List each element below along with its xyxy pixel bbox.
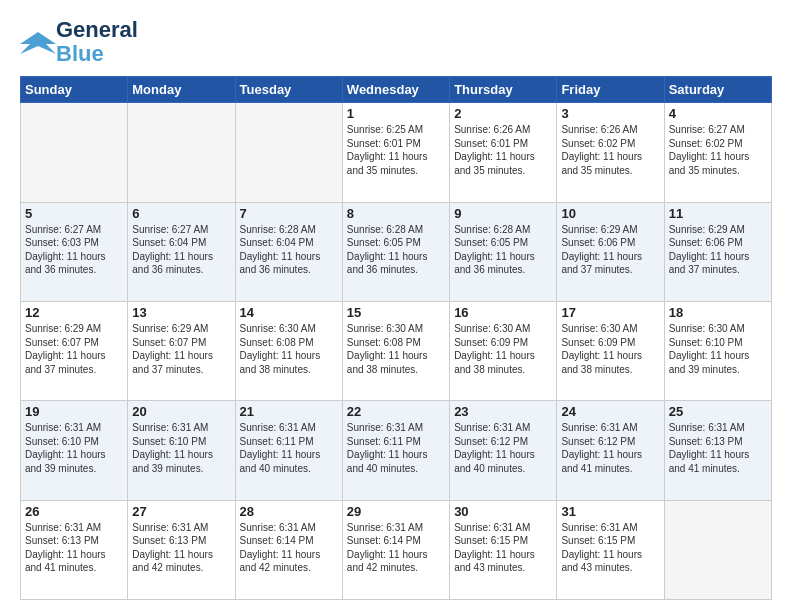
day-info: Sunrise: 6:30 AM Sunset: 6:09 PM Dayligh… [454,322,552,376]
calendar-week-row: 26Sunrise: 6:31 AM Sunset: 6:13 PM Dayli… [21,500,772,599]
calendar-cell: 8Sunrise: 6:28 AM Sunset: 6:05 PM Daylig… [342,202,449,301]
calendar-cell: 21Sunrise: 6:31 AM Sunset: 6:11 PM Dayli… [235,401,342,500]
calendar-cell: 26Sunrise: 6:31 AM Sunset: 6:13 PM Dayli… [21,500,128,599]
svg-marker-0 [20,32,56,54]
calendar-cell: 31Sunrise: 6:31 AM Sunset: 6:15 PM Dayli… [557,500,664,599]
day-number: 10 [561,206,659,221]
logo-line1: General [56,18,138,42]
day-info: Sunrise: 6:30 AM Sunset: 6:08 PM Dayligh… [347,322,445,376]
calendar-cell: 27Sunrise: 6:31 AM Sunset: 6:13 PM Dayli… [128,500,235,599]
day-info: Sunrise: 6:29 AM Sunset: 6:06 PM Dayligh… [561,223,659,277]
day-info: Sunrise: 6:26 AM Sunset: 6:01 PM Dayligh… [454,123,552,177]
weekday-header-saturday: Saturday [664,77,771,103]
day-info: Sunrise: 6:31 AM Sunset: 6:12 PM Dayligh… [561,421,659,475]
calendar-cell: 9Sunrise: 6:28 AM Sunset: 6:05 PM Daylig… [450,202,557,301]
calendar-week-row: 12Sunrise: 6:29 AM Sunset: 6:07 PM Dayli… [21,302,772,401]
day-number: 11 [669,206,767,221]
day-info: Sunrise: 6:29 AM Sunset: 6:07 PM Dayligh… [132,322,230,376]
weekday-header-friday: Friday [557,77,664,103]
logo-line2: Blue [56,42,104,66]
day-number: 31 [561,504,659,519]
weekday-row: SundayMondayTuesdayWednesdayThursdayFrid… [21,77,772,103]
day-number: 30 [454,504,552,519]
day-info: Sunrise: 6:31 AM Sunset: 6:10 PM Dayligh… [25,421,123,475]
calendar-cell: 18Sunrise: 6:30 AM Sunset: 6:10 PM Dayli… [664,302,771,401]
calendar-cell: 3Sunrise: 6:26 AM Sunset: 6:02 PM Daylig… [557,103,664,202]
calendar-cell: 28Sunrise: 6:31 AM Sunset: 6:14 PM Dayli… [235,500,342,599]
calendar-cell: 30Sunrise: 6:31 AM Sunset: 6:15 PM Dayli… [450,500,557,599]
day-number: 6 [132,206,230,221]
day-info: Sunrise: 6:31 AM Sunset: 6:15 PM Dayligh… [561,521,659,575]
day-number: 26 [25,504,123,519]
header: General Blue [20,18,772,66]
day-number: 13 [132,305,230,320]
day-number: 15 [347,305,445,320]
day-info: Sunrise: 6:31 AM Sunset: 6:15 PM Dayligh… [454,521,552,575]
day-number: 19 [25,404,123,419]
day-info: Sunrise: 6:30 AM Sunset: 6:08 PM Dayligh… [240,322,338,376]
calendar-week-row: 1Sunrise: 6:25 AM Sunset: 6:01 PM Daylig… [21,103,772,202]
day-info: Sunrise: 6:27 AM Sunset: 6:03 PM Dayligh… [25,223,123,277]
calendar-cell: 12Sunrise: 6:29 AM Sunset: 6:07 PM Dayli… [21,302,128,401]
calendar-table: SundayMondayTuesdayWednesdayThursdayFrid… [20,76,772,600]
day-info: Sunrise: 6:28 AM Sunset: 6:05 PM Dayligh… [454,223,552,277]
day-info: Sunrise: 6:28 AM Sunset: 6:04 PM Dayligh… [240,223,338,277]
calendar-week-row: 5Sunrise: 6:27 AM Sunset: 6:03 PM Daylig… [21,202,772,301]
day-number: 9 [454,206,552,221]
calendar-cell: 23Sunrise: 6:31 AM Sunset: 6:12 PM Dayli… [450,401,557,500]
calendar-cell: 7Sunrise: 6:28 AM Sunset: 6:04 PM Daylig… [235,202,342,301]
day-number: 2 [454,106,552,121]
calendar-cell: 1Sunrise: 6:25 AM Sunset: 6:01 PM Daylig… [342,103,449,202]
weekday-header-wednesday: Wednesday [342,77,449,103]
calendar-cell: 14Sunrise: 6:30 AM Sunset: 6:08 PM Dayli… [235,302,342,401]
calendar-cell: 4Sunrise: 6:27 AM Sunset: 6:02 PM Daylig… [664,103,771,202]
calendar-cell [664,500,771,599]
calendar-cell: 24Sunrise: 6:31 AM Sunset: 6:12 PM Dayli… [557,401,664,500]
day-number: 23 [454,404,552,419]
calendar-cell [21,103,128,202]
calendar-cell: 13Sunrise: 6:29 AM Sunset: 6:07 PM Dayli… [128,302,235,401]
day-number: 29 [347,504,445,519]
day-info: Sunrise: 6:31 AM Sunset: 6:11 PM Dayligh… [240,421,338,475]
weekday-header-thursday: Thursday [450,77,557,103]
day-number: 20 [132,404,230,419]
calendar-cell: 2Sunrise: 6:26 AM Sunset: 6:01 PM Daylig… [450,103,557,202]
day-number: 24 [561,404,659,419]
day-number: 27 [132,504,230,519]
calendar-cell: 19Sunrise: 6:31 AM Sunset: 6:10 PM Dayli… [21,401,128,500]
day-info: Sunrise: 6:26 AM Sunset: 6:02 PM Dayligh… [561,123,659,177]
day-info: Sunrise: 6:27 AM Sunset: 6:04 PM Dayligh… [132,223,230,277]
calendar-cell: 17Sunrise: 6:30 AM Sunset: 6:09 PM Dayli… [557,302,664,401]
day-info: Sunrise: 6:29 AM Sunset: 6:07 PM Dayligh… [25,322,123,376]
day-number: 8 [347,206,445,221]
logo: General Blue [20,18,138,66]
calendar-cell: 20Sunrise: 6:31 AM Sunset: 6:10 PM Dayli… [128,401,235,500]
calendar-cell [235,103,342,202]
calendar-cell [128,103,235,202]
calendar-header: SundayMondayTuesdayWednesdayThursdayFrid… [21,77,772,103]
day-info: Sunrise: 6:28 AM Sunset: 6:05 PM Dayligh… [347,223,445,277]
calendar-cell: 6Sunrise: 6:27 AM Sunset: 6:04 PM Daylig… [128,202,235,301]
day-number: 12 [25,305,123,320]
logo-text-block: General Blue [56,18,138,66]
calendar-cell: 16Sunrise: 6:30 AM Sunset: 6:09 PM Dayli… [450,302,557,401]
calendar-cell: 25Sunrise: 6:31 AM Sunset: 6:13 PM Dayli… [664,401,771,500]
calendar-cell: 15Sunrise: 6:30 AM Sunset: 6:08 PM Dayli… [342,302,449,401]
day-number: 22 [347,404,445,419]
day-info: Sunrise: 6:31 AM Sunset: 6:11 PM Dayligh… [347,421,445,475]
day-info: Sunrise: 6:25 AM Sunset: 6:01 PM Dayligh… [347,123,445,177]
day-number: 16 [454,305,552,320]
day-info: Sunrise: 6:31 AM Sunset: 6:14 PM Dayligh… [240,521,338,575]
day-info: Sunrise: 6:30 AM Sunset: 6:10 PM Dayligh… [669,322,767,376]
logo-icon [20,24,56,60]
day-info: Sunrise: 6:31 AM Sunset: 6:13 PM Dayligh… [132,521,230,575]
calendar-cell: 10Sunrise: 6:29 AM Sunset: 6:06 PM Dayli… [557,202,664,301]
weekday-header-sunday: Sunday [21,77,128,103]
day-info: Sunrise: 6:31 AM Sunset: 6:12 PM Dayligh… [454,421,552,475]
weekday-header-monday: Monday [128,77,235,103]
day-number: 28 [240,504,338,519]
day-number: 3 [561,106,659,121]
day-number: 18 [669,305,767,320]
day-number: 1 [347,106,445,121]
day-number: 17 [561,305,659,320]
